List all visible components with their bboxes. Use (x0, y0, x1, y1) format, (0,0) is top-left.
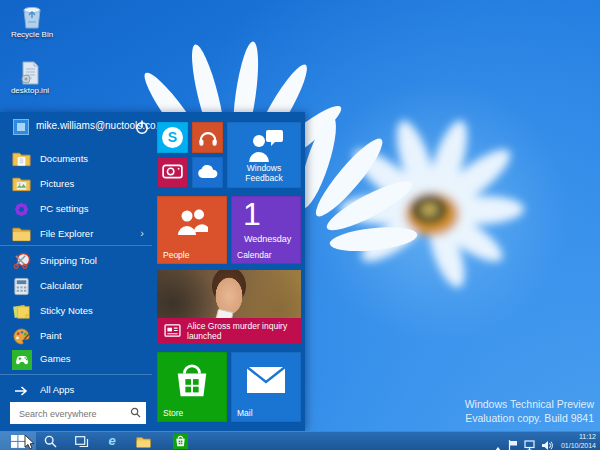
menu-item-paint[interactable]: Paint (0, 325, 152, 350)
clock-time: 11:12 (561, 433, 596, 442)
search-input[interactable] (17, 402, 129, 426)
news-banner: Alice Gross murder inquiry launched (157, 318, 301, 344)
desktop-icon-desktop-ini[interactable]: desktop.ini (0, 60, 62, 95)
menu-item-pictures[interactable]: Pictures (0, 173, 152, 198)
sticky-notes-icon (12, 302, 31, 321)
skype-icon: S (162, 127, 183, 148)
calendar-day: 1 (243, 196, 261, 233)
all-apps-label: All Apps (40, 384, 74, 395)
menu-item-sticky-notes[interactable]: Sticky Notes (0, 300, 152, 325)
flag-icon (508, 440, 518, 450)
tile-label: People (163, 250, 189, 260)
power-icon (134, 119, 150, 135)
cloud-icon (192, 165, 223, 183)
envelope-icon (231, 366, 301, 398)
tile-mail[interactable]: Mail (231, 352, 301, 422)
windows-logo-icon (11, 435, 25, 448)
internet-explorer-button[interactable]: e (101, 434, 123, 449)
shopping-bag-icon (157, 362, 227, 404)
tile-label: Windows Feedback (227, 164, 301, 183)
store-icon (173, 434, 188, 449)
desktop-icon-label: Recycle Bin (0, 30, 64, 39)
tile-label: Store (163, 408, 183, 418)
ini-file-icon (18, 60, 42, 86)
volume-icon[interactable] (541, 437, 553, 450)
game-controller-icon (12, 350, 31, 369)
task-view-icon (75, 436, 89, 448)
paint-palette-icon (12, 327, 31, 346)
internet-explorer-icon: e (108, 433, 115, 448)
arrow-right-icon (14, 383, 28, 401)
menu-divider (0, 374, 152, 375)
scissors-icon (12, 252, 31, 271)
start-menu: mike.williams@nuctools.co... Documents P… (0, 112, 305, 431)
task-view-button[interactable] (71, 434, 93, 449)
menu-item-calculator[interactable]: Calculator (0, 275, 152, 300)
news-headline-2: launched (187, 331, 222, 341)
tile-camera[interactable] (157, 157, 188, 188)
tile-label: Mail (237, 408, 253, 418)
clock-date: 01/10/2014 (561, 442, 596, 450)
camera-icon (157, 164, 188, 183)
chevron-right-icon: › (140, 227, 144, 239)
user-avatar[interactable] (13, 119, 29, 135)
news-headline: Alice Gross murder inquiry (187, 321, 287, 331)
power-button[interactable] (134, 119, 150, 135)
menu-item-documents[interactable]: Documents (0, 148, 152, 173)
all-apps-button[interactable]: All Apps (0, 378, 152, 402)
evaluation-watermark: Windows Technical Preview Evaluation cop… (465, 397, 594, 425)
tile-onedrive[interactable] (192, 157, 223, 188)
taskbar-search-button[interactable] (40, 434, 62, 449)
taskbar: e 11:12 01/10/2014 (0, 431, 600, 450)
gear-icon (12, 200, 31, 219)
headphones-icon (192, 130, 223, 151)
network-status-icon[interactable] (524, 437, 536, 450)
start-button[interactable] (0, 432, 36, 450)
tile-calendar[interactable]: 1 Wednesday Calendar (231, 196, 301, 264)
taskbar-clock[interactable]: 11:12 01/10/2014 (561, 433, 596, 450)
menu-item-games[interactable]: Games (0, 348, 152, 373)
desktop-icon-label: desktop.ini (0, 86, 62, 95)
calendar-weekday: Wednesday (244, 234, 291, 244)
tile-store[interactable]: Store (157, 352, 227, 422)
tile-skype[interactable]: S (157, 122, 188, 153)
show-hidden-icons-button[interactable] (494, 439, 502, 450)
folder-icon (12, 225, 31, 244)
desktop-icon-recycle-bin[interactable]: Recycle Bin (0, 4, 64, 39)
menu-item-snipping-tool[interactable]: Snipping Tool (0, 250, 152, 275)
documents-folder-icon (12, 150, 31, 169)
search-icon (44, 435, 57, 448)
two-people-icon (157, 208, 227, 242)
tile-news[interactable]: Alice Gross murder inquiry launched (157, 270, 301, 344)
recycle-bin-icon (19, 4, 45, 30)
person-speech-bubble-icon (227, 128, 301, 166)
network-icon (524, 440, 536, 450)
menu-divider (0, 245, 152, 246)
tile-windows-feedback[interactable]: Windows Feedback (227, 122, 301, 188)
calculator-icon (12, 277, 31, 296)
action-center-button[interactable] (508, 437, 518, 450)
menu-item-pc-settings[interactable]: PC settings (0, 198, 152, 223)
speaker-icon (541, 440, 553, 450)
tile-people[interactable]: People (157, 196, 227, 264)
folder-icon (136, 436, 151, 448)
search-icon (130, 407, 141, 418)
tile-music[interactable] (192, 122, 223, 153)
tile-label: Calendar (237, 250, 272, 260)
file-explorer-button[interactable] (133, 434, 155, 449)
taskbar-store-button[interactable] (170, 434, 192, 449)
newspaper-icon (164, 324, 181, 337)
search-box[interactable] (10, 402, 146, 424)
pictures-folder-icon (12, 175, 31, 194)
desktop-screen: Recycle Bin desktop.ini Windows Technica… (0, 0, 600, 450)
